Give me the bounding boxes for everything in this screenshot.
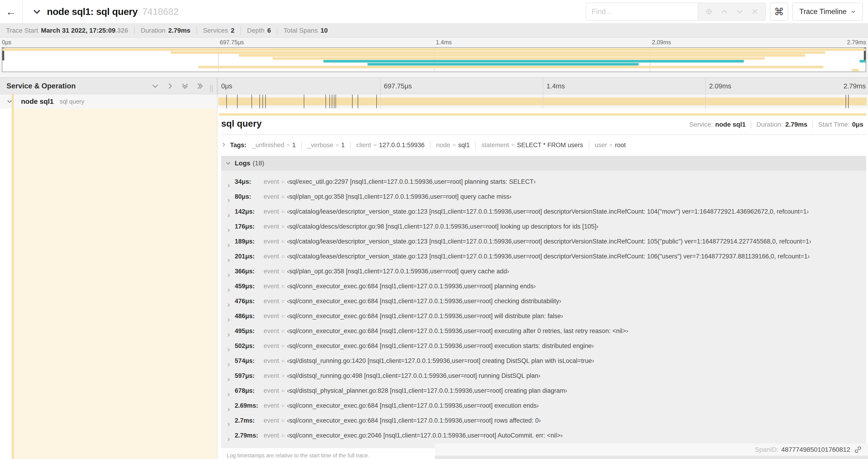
tag-item: _unfinished=1 — [252, 141, 296, 149]
find-next-icon[interactable] — [736, 8, 743, 15]
log-row[interactable]: 486μs:event=‹sql/conn_executor_exec.go:6… — [221, 313, 866, 327]
log-field-key: event — [264, 357, 279, 365]
log-timestamp: 597μs: — [235, 372, 260, 380]
span-meta-value: node sql1 — [715, 121, 746, 128]
log-row[interactable]: 201μs:event=‹sql/catalog/lease/descripto… — [221, 253, 866, 268]
log-expand-chevron-icon[interactable] — [226, 333, 231, 337]
log-timestamp: 459μs: — [235, 283, 260, 290]
log-row[interactable]: 2.7ms:event=‹sql/conn_executor_exec.go:6… — [221, 417, 866, 432]
log-row[interactable]: 142μs:event=‹sql/catalog/lease/descripto… — [221, 208, 866, 223]
log-marker-tick — [334, 95, 334, 108]
log-expand-chevron-icon[interactable] — [226, 392, 231, 397]
tag-item: node=sql1 — [436, 141, 470, 149]
collapse-trace-chevron-icon[interactable] — [32, 7, 41, 16]
log-expand-chevron-icon[interactable] — [226, 362, 231, 367]
locate-icon[interactable] — [705, 8, 713, 15]
back-button[interactable]: ← — [0, 0, 23, 23]
log-expand-chevron-icon[interactable] — [226, 348, 231, 352]
log-row[interactable]: 176μs:event=‹sql/catalog/descs/descripto… — [221, 223, 866, 238]
logs-collapse-chevron-icon[interactable] — [225, 160, 231, 166]
tag-item: user=root — [595, 141, 626, 149]
equals-sign: = — [281, 343, 285, 349]
logs-header[interactable]: Logs (18) — [221, 156, 866, 171]
log-expand-chevron-icon[interactable] — [226, 183, 231, 188]
logs-section: Logs (18) 34μs:event=‹sql/exec_util.go:2… — [221, 156, 866, 459]
tags-expand-chevron-icon[interactable] — [221, 141, 226, 149]
log-timestamp: 678μs: — [235, 387, 260, 394]
trace-stat-label: Duration — [141, 27, 165, 34]
minimap-tick-label: 697.75μs — [220, 39, 244, 46]
grid-header-controls — [151, 78, 204, 94]
view-select-button[interactable]: Trace Timeline — [793, 3, 863, 21]
collapse-all-icon[interactable] — [181, 82, 189, 90]
log-row[interactable]: 678μs:event=‹sql/distsql_physical_planne… — [221, 387, 866, 402]
expand-one-icon[interactable] — [166, 82, 174, 90]
log-expand-chevron-icon[interactable] — [226, 303, 231, 307]
separator — [475, 141, 476, 149]
log-expand-chevron-icon[interactable] — [226, 273, 231, 277]
span-id-value: 4877749850101760812 — [781, 446, 850, 453]
log-expand-chevron-icon[interactable] — [226, 288, 231, 292]
log-expand-chevron-icon[interactable] — [226, 228, 231, 233]
log-expand-chevron-icon[interactable] — [226, 437, 231, 442]
timeline-gridline — [380, 94, 380, 109]
log-field-key: event — [264, 253, 279, 260]
log-field-key: event — [264, 417, 279, 424]
log-row[interactable]: 189μs:event=‹sql/catalog/lease/descripto… — [221, 238, 866, 253]
log-row[interactable]: 34μs:event=‹sql/exec_util.go:2297 [nsql1… — [221, 178, 866, 193]
equals-sign: = — [281, 313, 285, 320]
log-message: ‹sql/exec_util.go:2297 [nsql1,client=127… — [287, 178, 536, 186]
top-bar-actions: ⌘ Trace Timeline — [586, 3, 863, 21]
log-row[interactable]: 495μs:event=‹sql/conn_executor_exec.go:6… — [221, 327, 866, 342]
equals-sign: = — [281, 283, 285, 290]
log-message: ‹sql/catalog/lease/descriptor_version_st… — [287, 208, 809, 215]
log-timestamp: 366μs: — [235, 268, 260, 275]
find-controls — [698, 3, 765, 20]
collapse-one-icon[interactable] — [151, 82, 159, 90]
span-detail-title: sql query — [221, 119, 261, 129]
log-message: ‹sql/catalog/descs/descriptor.go:98 [nsq… — [287, 223, 598, 230]
log-row[interactable]: 476μs:event=‹sql/conn_executor_exec.go:6… — [221, 298, 866, 313]
log-row[interactable]: 2.69ms:event=‹sql/conn_executor_exec.go:… — [221, 402, 866, 417]
detail-left-column — [0, 109, 217, 459]
minimap-span-bar — [368, 63, 639, 66]
log-expand-chevron-icon[interactable] — [226, 243, 231, 248]
log-expand-chevron-icon[interactable] — [226, 198, 231, 203]
log-row[interactable]: 597μs:event=‹sql/distsql_running.go:498 … — [221, 372, 866, 387]
log-marker-tick — [332, 95, 332, 108]
equals-sign: = — [281, 253, 285, 260]
minimap-tick-label: 0μs — [2, 39, 11, 46]
timeline-gridline — [543, 78, 543, 94]
span-row-bar-cell[interactable] — [217, 94, 868, 109]
log-expand-chevron-icon[interactable] — [226, 378, 231, 382]
log-expand-chevron-icon[interactable] — [226, 407, 231, 412]
view-select-label: Trace Timeline — [799, 7, 846, 16]
clear-find-icon[interactable] — [751, 8, 758, 15]
log-expand-chevron-icon[interactable] — [226, 422, 231, 427]
minimap-canvas[interactable] — [2, 47, 866, 72]
span-row-name-cell[interactable]: node sql1 sql query — [0, 94, 217, 109]
log-expand-chevron-icon[interactable] — [226, 213, 231, 218]
log-timestamp: 2.7ms: — [235, 417, 260, 424]
find-input[interactable] — [586, 3, 698, 20]
log-marker-tick — [262, 95, 263, 108]
expand-all-icon[interactable] — [196, 82, 204, 90]
tags-row[interactable]: Tags: _unfinished=1_verbose=1client=127.… — [221, 141, 866, 149]
log-row[interactable]: 366μs:event=‹sql/plan_opt.go:358 [nsql1,… — [221, 268, 866, 283]
log-row[interactable]: 502μs:event=‹sql/conn_executor_exec.go:6… — [221, 342, 866, 357]
log-row[interactable]: 80μs:event=‹sql/plan_opt.go:358 [nsql1,c… — [221, 193, 866, 208]
link-icon[interactable] — [854, 446, 862, 454]
find-prev-icon[interactable] — [720, 8, 728, 15]
separator — [134, 27, 135, 35]
logs-count: (18) — [253, 160, 265, 167]
column-resize-handle[interactable] — [210, 85, 213, 92]
timeline-minimap: 0μs697.75μs1.4ms2.09ms2.79ms — [0, 38, 868, 77]
log-expand-chevron-icon[interactable] — [226, 318, 231, 322]
span-duration-bar[interactable] — [218, 97, 867, 105]
keyboard-shortcuts-button[interactable]: ⌘ — [770, 3, 788, 21]
span-detail-card: sql query Service:node sql1Duration:2.79… — [221, 119, 866, 459]
log-row[interactable]: 459μs:event=‹sql/conn_executor_exec.go:6… — [221, 283, 866, 298]
log-expand-chevron-icon[interactable] — [226, 258, 231, 263]
log-row[interactable]: 574μs:event=‹sql/distsql_running.go:1420… — [221, 357, 866, 372]
separator — [277, 27, 277, 35]
